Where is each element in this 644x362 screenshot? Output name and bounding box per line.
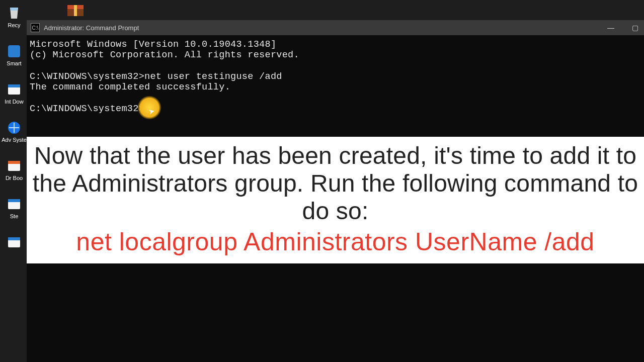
cmd-body[interactable]: Microsoft Windows [Version 10.0.19043.13… [27, 35, 644, 118]
svg-rect-7 [8, 199, 20, 202]
cmd-titlebar[interactable]: C:\ Administrator: Command Prompt — ▢ [27, 20, 644, 35]
desktop-icons-column: Recy Smart Int Dow Adv Syste Dr Boo Ste [2, 0, 29, 362]
ste-icon[interactable]: Ste [2, 196, 26, 219]
cmd-line: Microsoft Windows [Version 10.0.19043.13… [30, 39, 276, 50]
maximize-button[interactable]: ▢ [630, 24, 640, 32]
cmd-app-icon: C:\ [31, 23, 40, 32]
svg-rect-0 [8, 45, 20, 57]
app-icon[interactable] [2, 234, 26, 251]
instruction-overlay: Now that the user has been created, it's… [27, 137, 644, 263]
dr-boot-icon[interactable]: Dr Boo [2, 158, 26, 181]
smart-app-icon[interactable]: Smart [2, 43, 26, 66]
instruction-command: net localgroup Administrators UserName /… [27, 227, 644, 256]
icon-label: Int Dow [5, 99, 23, 105]
icon-label: Recy [8, 22, 20, 28]
cmd-line [30, 61, 35, 71]
svg-rect-12 [74, 5, 77, 16]
archive-icon[interactable] [65, 3, 86, 21]
icon-label: Dr Boo [6, 175, 23, 181]
window-title: Administrator: Command Prompt [44, 24, 602, 32]
svg-rect-5 [8, 161, 20, 164]
desktop: Recy Smart Int Dow Adv Syste Dr Boo Ste [0, 0, 644, 362]
icon-label: Adv Syste [2, 137, 27, 143]
cmd-line: (c) Microsoft Corporation. All rights re… [30, 50, 299, 60]
cmd-line: C:\WINDOWS\system32>net user testinguse … [30, 71, 282, 82]
instruction-text: Now that the user has been created, it's… [27, 142, 644, 225]
minimize-button[interactable]: — [606, 24, 616, 32]
recycle-bin-icon[interactable]: Recy [2, 5, 26, 28]
cmd-line [30, 93, 35, 103]
svg-rect-2 [8, 84, 20, 87]
icon-label: Ste [10, 213, 19, 219]
icon-label: Smart [7, 60, 21, 66]
adv-system-icon[interactable]: Adv Syste [2, 120, 26, 143]
cmd-line: C:\WINDOWS\system32> [30, 104, 144, 114]
svg-rect-9 [8, 237, 20, 240]
int-down-icon[interactable]: Int Dow [2, 81, 26, 105]
cmd-line: The command completed successfully. [30, 82, 230, 93]
